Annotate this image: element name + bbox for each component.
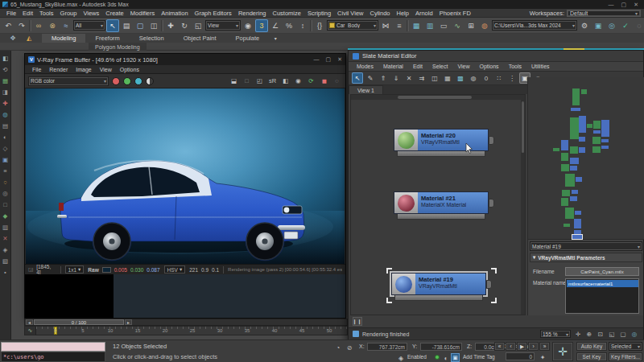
dot-icon[interactable]: ▪: [1, 267, 10, 277]
menu-file[interactable]: File: [3, 10, 19, 17]
y-coordinate-field[interactable]: -738.616cm: [420, 343, 462, 351]
stop-render-icon[interactable]: ◼: [319, 76, 329, 86]
previous-frame-button[interactable]: ‹: [506, 342, 516, 351]
rows-icon[interactable]: ▥: [1, 222, 10, 232]
gem-icon[interactable]: ◈: [1, 245, 10, 254]
material-editor-icon[interactable]: ◍: [478, 19, 491, 32]
material-name-selected-item[interactable]: mtlxsurfacematerial1: [567, 280, 638, 287]
ribbon-toggle-icon[interactable]: ▭: [437, 19, 450, 32]
slate-title-bar[interactable]: Slate Material Editor: [349, 51, 643, 62]
selection-filter-dropdown[interactable]: All▾: [73, 20, 105, 31]
window-crossing-icon[interactable]: ◫: [147, 19, 160, 32]
menu-arnold[interactable]: Arnold: [412, 10, 436, 17]
add-time-tag-label[interactable]: Add Time Tag: [463, 354, 495, 360]
horizontal-scrollbar[interactable]: [351, 95, 525, 100]
menu-tools[interactable]: Tools: [36, 10, 57, 17]
layers-icon[interactable]: ▦: [1, 76, 10, 85]
zoom-extents-icon[interactable]: ◱: [607, 329, 617, 339]
menu-cylindo[interactable]: Cylindo: [366, 10, 393, 17]
scene-explorer-icon[interactable]: ▦: [410, 19, 423, 32]
schematic-view-icon[interactable]: ⊞: [464, 19, 477, 32]
lens-effects-icon[interactable]: ◌: [332, 76, 342, 86]
zoom-region-icon[interactable]: ⊡: [596, 329, 605, 339]
tab-view1[interactable]: View 1: [349, 85, 383, 94]
solid-diamond-icon[interactable]: ◆: [1, 211, 10, 220]
mute-toggle-icon[interactable]: ◐: [441, 353, 451, 362]
named-selection-dropdown[interactable]: Car_Body▾: [327, 20, 378, 31]
slate-menu-tools[interactable]: Tools: [504, 64, 526, 69]
menu-icon[interactable]: ≡: [1, 166, 10, 175]
node-output-socket[interactable]: [489, 136, 494, 145]
assign-material-to-selection-icon[interactable]: ⇓: [390, 72, 402, 84]
hatch-icon[interactable]: ▧: [1, 256, 10, 265]
track-bar[interactable]: ∿ 05101520253035404550: [24, 326, 348, 335]
select-object-icon[interactable]: ↖: [106, 19, 119, 32]
vfb-hsv-dropdown[interactable]: HSV▾: [164, 265, 186, 274]
go-to-start-button[interactable]: «: [494, 342, 505, 351]
slate-node-view[interactable]: Material #20VRayVRmatMtlMaterial #21Mate…: [350, 94, 526, 315]
vfb-title-bar[interactable]: V V-Ray Frame Buffer - [49.6% of 1920 x …: [25, 54, 345, 65]
align-icon[interactable]: ≡: [393, 19, 406, 32]
list-icon[interactable]: ▤: [1, 121, 10, 130]
close-x-icon[interactable]: ✕: [1, 233, 10, 243]
selection-set-dropdown[interactable]: Selected ▾: [609, 342, 642, 351]
put-material-to-scene-icon[interactable]: ⇑: [378, 72, 389, 84]
selection-lock-icon[interactable]: ⊘: [345, 343, 354, 352]
track-bar-ruler[interactable]: 05101520253035404550: [36, 327, 347, 335]
slate-menu-material[interactable]: Material: [378, 64, 408, 69]
snap-toggle-3d-icon[interactable]: 3: [255, 19, 268, 32]
center-selected-icon[interactable]: ◎: [630, 329, 639, 339]
layout-all-icon[interactable]: ∷: [493, 72, 505, 84]
vfb-render-image[interactable]: [26, 88, 345, 264]
show-background-icon[interactable]: ▦: [442, 72, 453, 84]
select-and-scale-icon[interactable]: ◱: [192, 19, 204, 32]
ribbon-tab-freeform[interactable]: Freeform: [85, 34, 129, 43]
reference-coordinate-dropdown[interactable]: View▾: [205, 20, 241, 31]
time-slider-handle[interactable]: 0 / 100: [34, 319, 124, 325]
pause-button[interactable]: ❙❙: [353, 317, 362, 326]
maximize-icon[interactable]: ▢: [621, 2, 627, 8]
isolate-selection-icon[interactable]: ◔: [333, 343, 343, 352]
vfb-menu-file[interactable]: File: [28, 67, 45, 72]
move-children-icon[interactable]: ⇉: [416, 72, 427, 84]
spinner-snap-icon[interactable]: ↕: [296, 19, 309, 32]
show-end-result-icon[interactable]: ◍: [468, 72, 479, 84]
slate-menu-edit[interactable]: Edit: [408, 64, 427, 69]
continue-render-icon[interactable]: ⟳: [306, 76, 316, 86]
menu-views[interactable]: Views: [80, 10, 102, 17]
render-production-icon[interactable]: ◎: [605, 19, 618, 32]
menu-graph-editors[interactable]: Graph Editors: [192, 10, 235, 17]
filename-button[interactable]: CarPaint_Cyan.mtlx: [565, 267, 639, 276]
material-ball-icon[interactable]: ◍: [1, 109, 10, 119]
maxscript-macro-recorder[interactable]: [1, 342, 105, 352]
zoom-selected-icon[interactable]: ▢: [618, 329, 628, 339]
material-id-channel-icon[interactable]: 0: [481, 72, 492, 84]
square-icon[interactable]: □: [1, 200, 10, 209]
track-mouse-icon[interactable]: ◉: [293, 76, 303, 86]
show-map-in-viewport-icon[interactable]: ▩: [455, 72, 466, 84]
rendered-frame-window-icon[interactable]: ▣: [592, 19, 605, 32]
diamond-icon[interactable]: ◇: [1, 143, 10, 153]
edit-named-selections-icon[interactable]: {}: [313, 19, 326, 32]
slate-menu-select[interactable]: Select: [427, 64, 452, 69]
key-filters-button[interactable]: Key Filters...: [609, 352, 642, 361]
auto-key-button[interactable]: Auto Key: [576, 342, 607, 351]
undo-view-icon[interactable]: ⟲: [1, 64, 10, 74]
select-and-link-icon[interactable]: ∞: [32, 19, 45, 32]
pick-material-from-object-icon[interactable]: ✎: [365, 72, 376, 84]
menu-rendering[interactable]: Rendering: [235, 10, 270, 17]
time-slider[interactable]: ◄ 0 / 100 ►: [24, 319, 348, 326]
close-icon[interactable]: ✕: [634, 2, 638, 8]
menu-help[interactable]: Help: [394, 10, 412, 17]
render-check-icon[interactable]: ✓: [619, 19, 632, 32]
current-frame-field[interactable]: 0: [506, 352, 535, 360]
slate-menu-options[interactable]: Options: [475, 64, 504, 69]
maxscript-mini-listener[interactable]: *c:\users\go: [1, 352, 105, 362]
split-view-icon[interactable]: ◨: [1, 87, 10, 97]
select-tool-icon[interactable]: ↖: [352, 72, 363, 84]
render-setup-icon[interactable]: ⚙: [578, 19, 591, 32]
previous-frame-slider-button[interactable]: ◄: [26, 319, 33, 325]
slate-navigator[interactable]: [528, 77, 644, 240]
blue-channel-icon[interactable]: [134, 77, 142, 85]
project-folder-dropdown[interactable]: C:\Users\Vla...3ds Max 2024▾: [492, 20, 577, 31]
